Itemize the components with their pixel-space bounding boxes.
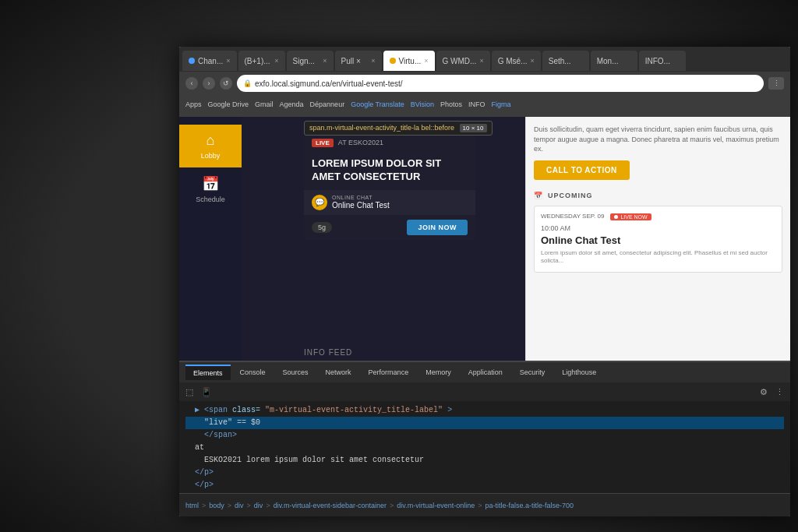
reload-button[interactable]: ↺ bbox=[220, 77, 232, 90]
extensions-button[interactable]: ⋮ bbox=[768, 77, 784, 90]
path-title[interactable]: pa-title-false.a-title-false-700 bbox=[485, 502, 574, 509]
path-div2[interactable]: div bbox=[254, 502, 263, 509]
code-line-3: </span> bbox=[185, 429, 784, 442]
code-line-1: ▶ <span class= "m-virtual-event-activity… bbox=[185, 404, 784, 417]
join-now-button[interactable]: JOIN NOW bbox=[407, 220, 468, 235]
path-sidebar[interactable]: div.m-virtual-event-sidebar-container bbox=[274, 502, 387, 509]
breadcrumb-path: html > body > div > div > div.m-virtual-… bbox=[185, 502, 574, 509]
path-online[interactable]: div.m-virtual-event-online bbox=[397, 502, 475, 509]
devtools-tab-lighthouse[interactable]: Lighthouse bbox=[554, 365, 604, 379]
inspect-icon[interactable]: ⬚ bbox=[185, 387, 193, 397]
schedule-icon: 📅 bbox=[202, 175, 219, 192]
upcoming-header: 📅 UPCOMING bbox=[534, 192, 782, 199]
code-line-5: at bbox=[185, 442, 784, 454]
devtools-tab-sources[interactable]: Sources bbox=[275, 365, 316, 379]
bookmark-gdrive[interactable]: Google Drive bbox=[208, 100, 249, 108]
code-line-2: "live" == $0 bbox=[185, 417, 784, 429]
devtools-tab-elements[interactable]: Elements bbox=[185, 365, 231, 380]
bookmark-photos[interactable]: Photos bbox=[440, 100, 462, 108]
address-bar-row: ‹ › ↺ 🔒 exfo.local.sigmund.ca/en/virtual… bbox=[179, 72, 790, 95]
page-content: ⌂ Lobby 📅 Schedule span.m-virtual-event-… bbox=[179, 117, 790, 361]
live-dot bbox=[614, 215, 618, 219]
code-line-9: </p> bbox=[185, 479, 784, 491]
address-bar[interactable]: 🔒 exfo.local.sigmund.ca/en/virtual-event… bbox=[237, 75, 764, 92]
devtools-tabs: Elements Console Sources Network Perform… bbox=[179, 362, 790, 382]
settings-icon[interactable]: ⚙ bbox=[760, 387, 768, 397]
tab-mon[interactable]: Mon... bbox=[591, 51, 637, 71]
main-content: span.m-virtual-event-activity_title-la b… bbox=[242, 117, 525, 361]
home-icon: ⌂ bbox=[207, 132, 215, 149]
bookmark-apps[interactable]: Apps bbox=[185, 100, 202, 108]
chat-label: ONLINE CHAT bbox=[332, 195, 390, 200]
live-badge: LIVE bbox=[312, 139, 334, 147]
tab-chan[interactable]: Chan... × bbox=[182, 51, 237, 71]
chat-icon: 💬 bbox=[312, 195, 327, 210]
upcoming-time: 10:00 AM bbox=[541, 224, 775, 232]
devtools-panel: Elements Console Sources Network Perform… bbox=[179, 361, 790, 516]
forward-button[interactable]: › bbox=[203, 77, 215, 90]
tab-virtual[interactable]: Virtu... × bbox=[383, 51, 435, 71]
cta-button[interactable]: CALL TO ACTION bbox=[534, 160, 630, 180]
tab-seth[interactable]: Seth... bbox=[542, 51, 589, 71]
bookmark-translate[interactable]: Google Translate bbox=[351, 100, 404, 108]
description-text: Duis sollicitudin, quam eget viverra tin… bbox=[534, 125, 782, 154]
sidebar: ⌂ Lobby 📅 Schedule bbox=[179, 117, 242, 361]
sidebar-item-lobby[interactable]: ⌂ Lobby bbox=[179, 125, 242, 167]
attendee-count: 5g bbox=[312, 222, 332, 233]
browser-chrome: Chan... × (B+1)... × Sign... × Pull × × bbox=[179, 47, 790, 117]
tab-g-wmd[interactable]: G WMD... × bbox=[436, 51, 490, 71]
tab-pull[interactable]: Pull × × bbox=[335, 51, 382, 71]
path-body[interactable]: body bbox=[209, 502, 224, 509]
activity-card: LIVE AT ESKO2021 LOREM IPSUM DOLOR SIT A… bbox=[304, 132, 475, 240]
chat-info: ONLINE CHAT Online Chat Test bbox=[332, 195, 390, 210]
devtools-tab-memory[interactable]: Memory bbox=[418, 365, 459, 379]
right-panel: Duis sollicitudin, quam eget viverra tin… bbox=[525, 117, 790, 361]
sidebar-item-schedule[interactable]: 📅 Schedule bbox=[179, 167, 242, 211]
devtools-code-content: ▶ <span class= "m-virtual-event-activity… bbox=[179, 401, 790, 495]
chat-name: Online Chat Test bbox=[332, 201, 390, 210]
upcoming-title: Online Chat Test bbox=[541, 234, 775, 246]
bookmark-gmail[interactable]: Gmail bbox=[255, 100, 274, 108]
devtools-bottom-bar: html > body > div > div > div.m-virtual-… bbox=[179, 493, 790, 516]
browser-window: Chan... × (B+1)... × Sign... × Pull × × bbox=[179, 47, 790, 516]
devtools-tab-security[interactable]: Security bbox=[512, 365, 553, 379]
join-row: 5g JOIN NOW bbox=[304, 215, 475, 240]
monitor-frame: Chan... × (B+1)... × Sign... × Pull × × bbox=[0, 0, 798, 532]
back-button[interactable]: ‹ bbox=[185, 77, 198, 90]
bookmark-info[interactable]: INFO bbox=[468, 100, 486, 108]
path-html[interactable]: html bbox=[185, 502, 199, 509]
tab-g-mse[interactable]: G Msé... × bbox=[492, 51, 541, 71]
bookmark-depanneur[interactable]: Dépanneur bbox=[310, 100, 345, 108]
activity-title: LOREM IPSUM DOLOR SIT AMET CONSECTETUR bbox=[304, 153, 475, 190]
calendar-icon: 📅 bbox=[534, 192, 543, 199]
bookmarks-bar: Apps Google Drive Gmail Agenda Dépanneur… bbox=[179, 95, 790, 114]
bookmark-agenda[interactable]: Agenda bbox=[280, 100, 304, 108]
info-feed-label: INFO FEED bbox=[304, 348, 352, 357]
upcoming-card: WEDNESDAY SEP. 09 LIVE NOW 10:00 AM Onli… bbox=[534, 206, 782, 273]
more-icon[interactable]: ⋮ bbox=[775, 387, 784, 397]
tab-info[interactable]: INFO... bbox=[639, 51, 686, 71]
code-line-7: </p> bbox=[185, 467, 784, 479]
activity-header: LIVE AT ESKO2021 bbox=[304, 132, 475, 153]
upcoming-description: Lorem ipsum dolor sit amet, consectetur … bbox=[541, 249, 775, 266]
code-line-6: ESKO2021 lorem ipsum dolor sit amet cons… bbox=[185, 454, 784, 467]
devtools-tab-console[interactable]: Console bbox=[232, 365, 274, 379]
tab-b1[interactable]: (B+1)... × bbox=[238, 51, 285, 71]
devtools-toolbar: ⬚ 📱 ⚙ ⋮ bbox=[179, 382, 790, 401]
devtools-tab-performance[interactable]: Performance bbox=[361, 365, 417, 379]
live-now-badge: LIVE NOW bbox=[610, 213, 651, 220]
live-at-text: AT ESKO2021 bbox=[338, 139, 383, 146]
device-icon[interactable]: 📱 bbox=[201, 387, 212, 397]
tab-sign[interactable]: Sign... × bbox=[287, 51, 334, 71]
bookmark-figma[interactable]: Figma bbox=[492, 100, 511, 108]
path-div1[interactable]: div bbox=[235, 502, 244, 509]
upcoming-section: 📅 UPCOMING WEDNESDAY SEP. 09 LIVE NOW bbox=[534, 192, 782, 273]
bookmark-bvision[interactable]: BVision bbox=[411, 100, 434, 108]
inspector-tooltip: span.m-virtual-event-activity_title-la b… bbox=[304, 121, 493, 136]
devtools-tab-application[interactable]: Application bbox=[461, 365, 510, 379]
devtools-tab-network[interactable]: Network bbox=[318, 365, 359, 379]
upcoming-date: WEDNESDAY SEP. 09 bbox=[541, 213, 604, 220]
tab-bar: Chan... × (B+1)... × Sign... × Pull × × bbox=[179, 47, 790, 72]
chat-section: 💬 ONLINE CHAT Online Chat Test bbox=[304, 190, 475, 215]
